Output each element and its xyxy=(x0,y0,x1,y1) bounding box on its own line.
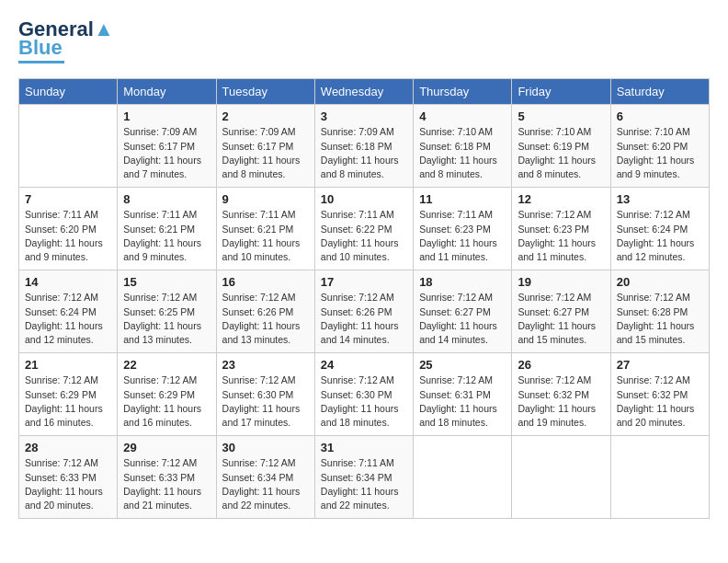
calendar-cell: 1Sunrise: 7:09 AM Sunset: 6:17 PM Daylig… xyxy=(118,105,216,188)
day-header-friday: Friday xyxy=(512,79,610,105)
day-number: 3 xyxy=(321,109,407,123)
day-number: 18 xyxy=(419,275,506,289)
day-number: 13 xyxy=(617,192,703,206)
day-number: 31 xyxy=(321,441,407,454)
day-number: 19 xyxy=(518,275,604,289)
day-info: Sunrise: 7:12 AM Sunset: 6:23 PM Dayligh… xyxy=(518,208,604,264)
day-info: Sunrise: 7:12 AM Sunset: 6:34 PM Dayligh… xyxy=(222,456,309,512)
calendar-cell: 12Sunrise: 7:12 AM Sunset: 6:23 PM Dayli… xyxy=(512,188,610,270)
day-number: 5 xyxy=(518,109,604,123)
day-info: Sunrise: 7:10 AM Sunset: 6:20 PM Dayligh… xyxy=(617,125,703,181)
day-number: 7 xyxy=(25,192,111,206)
day-number: 30 xyxy=(222,441,309,454)
day-info: Sunrise: 7:12 AM Sunset: 6:31 PM Dayligh… xyxy=(419,373,506,430)
day-number: 11 xyxy=(419,192,506,206)
calendar-cell: 7Sunrise: 7:11 AM Sunset: 6:20 PM Daylig… xyxy=(19,188,118,270)
calendar-cell: 24Sunrise: 7:12 AM Sunset: 6:30 PM Dayli… xyxy=(314,353,413,436)
calendar-cell: 26Sunrise: 7:12 AM Sunset: 6:32 PM Dayli… xyxy=(512,353,610,436)
day-header-monday: Monday xyxy=(118,79,216,105)
day-info: Sunrise: 7:12 AM Sunset: 6:32 PM Dayligh… xyxy=(518,373,604,430)
day-info: Sunrise: 7:12 AM Sunset: 6:30 PM Dayligh… xyxy=(222,373,309,430)
day-info: Sunrise: 7:12 AM Sunset: 6:24 PM Dayligh… xyxy=(25,291,111,347)
calendar-cell: 6Sunrise: 7:10 AM Sunset: 6:20 PM Daylig… xyxy=(610,105,709,188)
logo-line xyxy=(18,61,64,63)
day-info: Sunrise: 7:12 AM Sunset: 6:24 PM Dayligh… xyxy=(617,208,703,264)
day-info: Sunrise: 7:12 AM Sunset: 6:25 PM Dayligh… xyxy=(123,291,210,347)
calendar-cell: 29Sunrise: 7:12 AM Sunset: 6:33 PM Dayli… xyxy=(118,436,216,519)
day-header-sunday: Sunday xyxy=(19,79,118,105)
calendar-cell: 14Sunrise: 7:12 AM Sunset: 6:24 PM Dayli… xyxy=(19,270,118,353)
day-header-saturday: Saturday xyxy=(610,79,709,105)
day-info: Sunrise: 7:12 AM Sunset: 6:33 PM Dayligh… xyxy=(123,456,210,512)
calendar-cell: 15Sunrise: 7:12 AM Sunset: 6:25 PM Dayli… xyxy=(118,270,216,353)
calendar-cell: 10Sunrise: 7:11 AM Sunset: 6:22 PM Dayli… xyxy=(314,188,413,270)
day-info: Sunrise: 7:09 AM Sunset: 6:18 PM Dayligh… xyxy=(321,125,407,181)
day-number: 2 xyxy=(222,109,309,123)
day-number: 12 xyxy=(518,192,604,206)
day-info: Sunrise: 7:11 AM Sunset: 6:23 PM Dayligh… xyxy=(419,208,506,264)
calendar-cell: 3Sunrise: 7:09 AM Sunset: 6:18 PM Daylig… xyxy=(314,105,413,188)
calendar-cell: 30Sunrise: 7:12 AM Sunset: 6:34 PM Dayli… xyxy=(216,436,314,519)
day-number: 6 xyxy=(617,109,703,123)
day-info: Sunrise: 7:09 AM Sunset: 6:17 PM Dayligh… xyxy=(222,125,309,181)
day-number: 24 xyxy=(321,358,407,372)
calendar-cell: 2Sunrise: 7:09 AM Sunset: 6:17 PM Daylig… xyxy=(216,105,314,188)
day-number: 26 xyxy=(518,358,604,372)
day-info: Sunrise: 7:12 AM Sunset: 6:29 PM Dayligh… xyxy=(25,373,111,430)
calendar-cell xyxy=(512,436,610,519)
calendar-cell: 21Sunrise: 7:12 AM Sunset: 6:29 PM Dayli… xyxy=(19,353,118,436)
calendar-cell: 22Sunrise: 7:12 AM Sunset: 6:29 PM Dayli… xyxy=(118,353,216,436)
day-info: Sunrise: 7:11 AM Sunset: 6:21 PM Dayligh… xyxy=(123,208,210,264)
day-number: 22 xyxy=(123,358,210,372)
logo: General▲ Blue xyxy=(18,18,114,63)
day-info: Sunrise: 7:12 AM Sunset: 6:32 PM Dayligh… xyxy=(617,373,703,430)
day-info: Sunrise: 7:12 AM Sunset: 6:28 PM Dayligh… xyxy=(617,291,703,347)
day-number: 4 xyxy=(419,109,506,123)
day-info: Sunrise: 7:11 AM Sunset: 6:21 PM Dayligh… xyxy=(222,208,309,264)
day-number: 27 xyxy=(617,358,703,372)
calendar-cell: 23Sunrise: 7:12 AM Sunset: 6:30 PM Dayli… xyxy=(216,353,314,436)
calendar-cell: 25Sunrise: 7:12 AM Sunset: 6:31 PM Dayli… xyxy=(414,353,512,436)
day-info: Sunrise: 7:11 AM Sunset: 6:34 PM Dayligh… xyxy=(321,456,407,512)
calendar-cell: 13Sunrise: 7:12 AM Sunset: 6:24 PM Dayli… xyxy=(610,188,709,270)
calendar-cell: 9Sunrise: 7:11 AM Sunset: 6:21 PM Daylig… xyxy=(216,188,314,270)
day-number: 16 xyxy=(222,275,309,289)
day-info: Sunrise: 7:12 AM Sunset: 6:30 PM Dayligh… xyxy=(321,373,407,430)
calendar-cell: 16Sunrise: 7:12 AM Sunset: 6:26 PM Dayli… xyxy=(216,270,314,353)
calendar-cell: 28Sunrise: 7:12 AM Sunset: 6:33 PM Dayli… xyxy=(19,436,118,519)
day-info: Sunrise: 7:11 AM Sunset: 6:20 PM Dayligh… xyxy=(25,208,111,264)
day-number: 9 xyxy=(222,192,309,206)
calendar-cell: 27Sunrise: 7:12 AM Sunset: 6:32 PM Dayli… xyxy=(610,353,709,436)
day-info: Sunrise: 7:12 AM Sunset: 6:26 PM Dayligh… xyxy=(222,291,309,347)
day-number: 17 xyxy=(321,275,407,289)
day-header-tuesday: Tuesday xyxy=(216,79,314,105)
calendar-cell: 19Sunrise: 7:12 AM Sunset: 6:27 PM Dayli… xyxy=(512,270,610,353)
day-info: Sunrise: 7:10 AM Sunset: 6:19 PM Dayligh… xyxy=(518,125,604,181)
day-number: 10 xyxy=(321,192,407,206)
calendar-cell: 5Sunrise: 7:10 AM Sunset: 6:19 PM Daylig… xyxy=(512,105,610,188)
day-info: Sunrise: 7:12 AM Sunset: 6:29 PM Dayligh… xyxy=(123,373,210,430)
calendar-table: SundayMondayTuesdayWednesdayThursdayFrid… xyxy=(18,78,710,519)
day-number: 8 xyxy=(123,192,210,206)
day-info: Sunrise: 7:12 AM Sunset: 6:26 PM Dayligh… xyxy=(321,291,407,347)
page-header: General▲ Blue xyxy=(18,18,710,63)
calendar-cell: 17Sunrise: 7:12 AM Sunset: 6:26 PM Dayli… xyxy=(314,270,413,353)
day-number: 25 xyxy=(419,358,506,372)
day-header-wednesday: Wednesday xyxy=(314,79,413,105)
calendar-cell: 8Sunrise: 7:11 AM Sunset: 6:21 PM Daylig… xyxy=(118,188,216,270)
day-number: 29 xyxy=(123,441,210,454)
day-info: Sunrise: 7:12 AM Sunset: 6:33 PM Dayligh… xyxy=(25,456,111,512)
day-number: 14 xyxy=(25,275,111,289)
calendar-week-row: 28Sunrise: 7:12 AM Sunset: 6:33 PM Dayli… xyxy=(19,436,710,519)
calendar-week-row: 14Sunrise: 7:12 AM Sunset: 6:24 PM Dayli… xyxy=(19,270,710,353)
logo-text2: Blue xyxy=(18,37,63,59)
day-number: 20 xyxy=(617,275,703,289)
day-number: 1 xyxy=(123,109,210,123)
calendar-week-row: 1Sunrise: 7:09 AM Sunset: 6:17 PM Daylig… xyxy=(19,105,710,188)
calendar-cell xyxy=(610,436,709,519)
calendar-cell: 31Sunrise: 7:11 AM Sunset: 6:34 PM Dayli… xyxy=(314,436,413,519)
calendar-cell: 11Sunrise: 7:11 AM Sunset: 6:23 PM Dayli… xyxy=(414,188,512,270)
day-number: 21 xyxy=(25,358,111,372)
day-info: Sunrise: 7:10 AM Sunset: 6:18 PM Dayligh… xyxy=(419,125,506,181)
day-info: Sunrise: 7:12 AM Sunset: 6:27 PM Dayligh… xyxy=(419,291,506,347)
